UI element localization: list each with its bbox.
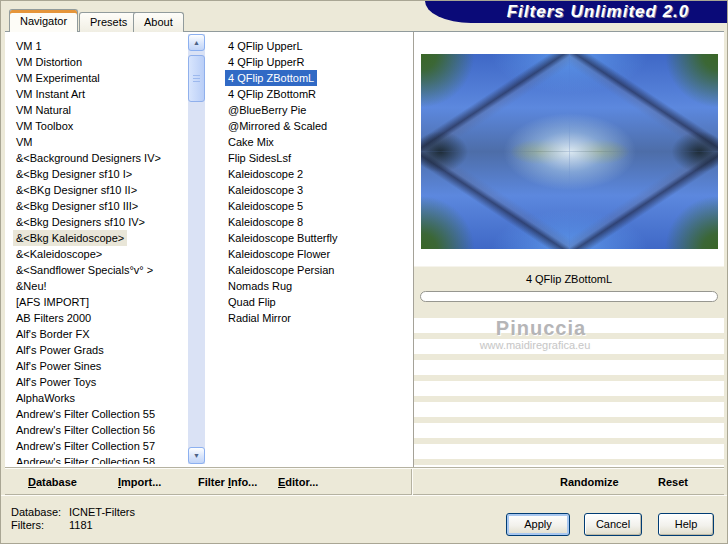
tab-navigator[interactable]: Navigator (9, 9, 78, 32)
apply-button[interactable]: Apply (506, 513, 570, 536)
filter-list-item[interactable]: 4 QFlip ZBottomL (225, 70, 317, 86)
navigator-list-item[interactable]: Andrew's Filter Collection 57 (13, 438, 158, 454)
filter-list-item[interactable]: Kaleidoscope 5 (225, 198, 306, 214)
toolbar-separator (411, 469, 413, 495)
toolbar-button[interactable]: Database (28, 476, 118, 488)
filter-info-panel: 4 QFlip ZBottomL (414, 266, 724, 318)
navigator-list-item[interactable]: [AFS IMPORT] (13, 294, 92, 310)
filter-list-item[interactable]: Flip SidesLsf (225, 150, 294, 166)
filter-list-item[interactable]: @BlueBerry Pie (225, 102, 309, 118)
filter-list-item[interactable]: Radial Mirror (225, 310, 294, 326)
preview-panel: 4 QFlip ZBottomL Pinuccia www.maidiregra… (414, 32, 724, 467)
navigator-list-item[interactable]: VM Distortion (13, 54, 85, 70)
selected-filter-name: 4 QFlip ZBottomL (414, 273, 724, 285)
navigator-list-item[interactable]: Alf's Border FX (13, 326, 93, 342)
preview-quadrant (421, 54, 570, 152)
filters-label: Filters: (11, 519, 69, 532)
toolbar-button[interactable]: Import... (118, 476, 198, 488)
navigator-list-item[interactable]: VM Toolbox (13, 118, 76, 134)
filter-list-item[interactable]: Kaleidoscope 2 (225, 166, 306, 182)
filter-list-item[interactable]: Nomads Rug (225, 278, 295, 294)
filter-list[interactable]: 4 QFlip UpperL4 QFlip UpperR4 QFlip ZBot… (217, 34, 413, 464)
navigator-list-item[interactable]: AB Filters 2000 (13, 310, 94, 326)
navigator-category-list[interactable]: VM 1VM DistortionVM ExperimentalVM Insta… (7, 34, 187, 464)
progress-bar (420, 291, 718, 302)
database-value: ICNET-Filters (69, 506, 135, 518)
parameter-area: Pinuccia www.maidiregrafica.eu (414, 318, 724, 467)
toolbar-left-group: DatabaseImport...Filter Info...Editor... (28, 468, 318, 495)
status-filters-row: Filters:1181 (11, 519, 93, 532)
filter-list-item[interactable]: Kaleidoscope 3 (225, 182, 306, 198)
toolbar-button[interactable]: Editor... (278, 476, 318, 488)
navigator-list-item[interactable]: &<Kaleidoscope> (13, 246, 105, 262)
scrollbar-down-icon[interactable]: ▼ (188, 447, 205, 464)
title-banner: Filters Unlimited 2.0 (425, 1, 727, 23)
tab-presets[interactable]: Presets (79, 12, 138, 32)
filter-list-item[interactable]: Kaleidoscope Flower (225, 246, 333, 262)
navigator-list-item[interactable]: &<Bkg Designer sf10 I> (13, 166, 135, 182)
preview-image-frame (414, 32, 724, 266)
preview-image (421, 54, 718, 249)
filter-list-item[interactable]: Kaleidoscope Persian (225, 262, 337, 278)
cancel-button[interactable]: Cancel (584, 513, 642, 536)
navigator-list-item[interactable]: &<Bkg Designers sf10 IV> (13, 214, 148, 230)
filter-list-item[interactable]: Kaleidoscope Butterfly (225, 230, 340, 246)
navigator-list-item[interactable]: Andrew's Filter Collection 56 (13, 422, 158, 438)
preview-quadrant (570, 54, 719, 152)
filter-list-item[interactable]: @Mirrored & Scaled (225, 118, 330, 134)
filter-list-item[interactable]: Kaleidoscope 8 (225, 214, 306, 230)
watermark-url: www.maidiregrafica.eu (380, 339, 690, 351)
navigator-scrollbar[interactable]: ▲ ▼ (188, 34, 205, 464)
navigator-list-item[interactable]: &<Bkg Kaleidoscope> (13, 230, 127, 246)
tab-about[interactable]: About (133, 12, 184, 32)
navigator-list-item[interactable]: VM 1 (13, 38, 45, 54)
filter-list-item[interactable]: 4 QFlip UpperL (225, 38, 306, 54)
content-area: VM 1VM DistortionVM ExperimentalVM Insta… (5, 31, 724, 467)
filter-list-item[interactable]: 4 QFlip UpperR (225, 54, 307, 70)
filter-list-item[interactable]: 4 QFlip ZBottomR (225, 86, 319, 102)
navigator-list-item[interactable]: VM Natural (13, 102, 74, 118)
navigator-list-item[interactable]: Andrew's Filter Collection 58 (13, 454, 158, 464)
preview-quadrant (570, 152, 719, 250)
toolbar-button[interactable]: Randomize (560, 476, 658, 488)
preview-quadrant (421, 152, 570, 250)
database-label: Database: (11, 506, 69, 519)
toolbar-right-group: RandomizeReset (560, 468, 688, 495)
filter-list-item[interactable]: Cake Mix (225, 134, 277, 150)
navigator-list-item[interactable]: &<Sandflower Specials°v° > (13, 262, 156, 278)
navigator-list-item[interactable]: &<Background Designers IV> (13, 150, 164, 166)
navigator-list-item[interactable]: &<Bkg Designer sf10 III> (13, 198, 141, 214)
scrollbar-up-icon[interactable]: ▲ (188, 34, 205, 51)
watermark-name: Pinuccia (386, 317, 696, 340)
toolbar-button[interactable]: Filter Info... (198, 476, 278, 488)
app-title: Filters Unlimited 2.0 (507, 2, 690, 21)
status-bar: Database:ICNET-Filters Filters:1181 Appl… (1, 495, 728, 544)
navigator-list-item[interactable]: Andrew's Filter Collection 55 (13, 406, 158, 422)
filters-unlimited-window: Navigator Presets About Filters Unlimite… (0, 0, 728, 544)
bottom-toolbar: DatabaseImport...Filter Info...Editor...… (5, 467, 724, 495)
navigator-list-item[interactable]: VM (13, 134, 36, 150)
filter-list-item[interactable]: Quad Flip (225, 294, 279, 310)
navigator-list-item[interactable]: VM Instant Art (13, 86, 88, 102)
navigator-list-item[interactable]: AlphaWorks (13, 390, 78, 406)
help-button[interactable]: Help (658, 513, 714, 536)
toolbar-button[interactable]: Reset (658, 476, 688, 488)
tab-strip: Navigator Presets About Filters Unlimite… (1, 1, 727, 31)
navigator-list-item[interactable]: &<BKg Designer sf10 II> (13, 182, 140, 198)
navigator-list-item[interactable]: VM Experimental (13, 70, 103, 86)
navigator-list-item[interactable]: &Neu! (13, 278, 50, 294)
navigator-list-item[interactable]: Alf's Power Sines (13, 358, 104, 374)
status-database-row: Database:ICNET-Filters (11, 506, 135, 519)
scrollbar-thumb[interactable] (188, 55, 205, 102)
navigator-list-item[interactable]: Alf's Power Grads (13, 342, 107, 358)
navigator-list-item[interactable]: Alf's Power Toys (13, 374, 99, 390)
filters-count: 1181 (69, 519, 93, 531)
